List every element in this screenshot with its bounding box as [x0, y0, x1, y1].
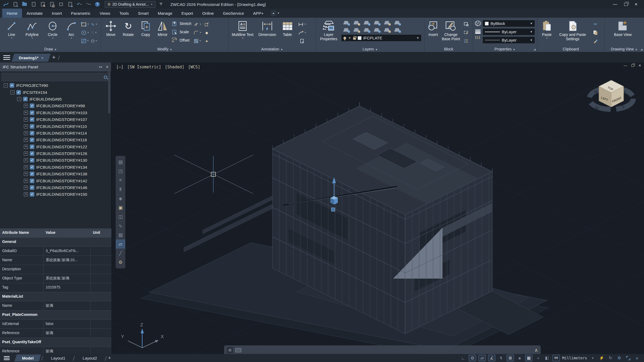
search-input[interactable] [4, 75, 104, 79]
tree-item[interactable]: +✔IFCBUILDINGSTOREY#138 [0, 171, 111, 177]
expand-icon[interactable]: + [24, 145, 28, 149]
ribbon-display-toggle[interactable]: ▲ ▼ [271, 9, 280, 18]
print-button[interactable] [57, 1, 64, 8]
layout-menu-icon[interactable] [4, 356, 10, 360]
multiline-text-button[interactable]: A Multiline Text▼ [231, 19, 254, 39]
tab-online[interactable]: Online [198, 9, 218, 18]
tree-item[interactable]: −✔IFCPROJECT#90 [0, 82, 111, 89]
panel-modify-label[interactable]: Modify ▼ [101, 47, 228, 51]
annotation-scale-icon[interactable]: ◧ [544, 355, 550, 361]
paste-block-icon[interactable]: ▣ [116, 203, 125, 212]
document-tab-active[interactable]: Drawing1*× [13, 54, 49, 62]
search-icon[interactable] [104, 76, 107, 79]
tree-item[interactable]: +✔IFCBUILDINGSTOREY#150 [0, 191, 111, 198]
stretch-button[interactable]: Stretch [172, 20, 191, 27]
command-gear-icon[interactable]: ⚙ [227, 347, 233, 353]
panel-drawing-view-label[interactable]: Drawing View ▼ [605, 47, 644, 51]
list-icon[interactable]: ≡ [116, 176, 125, 185]
panel-layers-label[interactable]: Layers ▼ [316, 47, 425, 51]
tree-item[interactable]: −✔IFCSITE#154 [0, 89, 111, 95]
attribute-group-row[interactable]: MaterialList [0, 292, 111, 301]
region-button[interactable]: ⬡▼ [90, 37, 99, 45]
tab-close-icon[interactable]: × [41, 56, 43, 60]
tab-insert[interactable]: Insert [47, 9, 67, 18]
tree-checkbox[interactable]: ✔ [10, 83, 14, 88]
ifc-search-box[interactable] [2, 73, 109, 81]
attribute-row[interactable]: Description [0, 265, 111, 274]
panel-annotation-label[interactable]: Annotation ▼ [229, 47, 316, 51]
tree-item[interactable]: −✔IFCBUILDING#95 [0, 96, 111, 102]
tab-annotate[interactable]: Annotate [22, 9, 47, 18]
status-menu-icon[interactable]: ≡ [634, 355, 640, 361]
copy-nested-icon[interactable]: ▨ [116, 230, 125, 239]
color-palette-icon[interactable] [475, 21, 481, 27]
expand-icon[interactable]: + [24, 131, 28, 135]
layer-tool-icon-1[interactable] [351, 19, 361, 26]
tree-item[interactable]: +✔IFCBUILDINGSTOREY#134 [0, 164, 111, 171]
layer-tool-icon-10[interactable] [382, 26, 392, 34]
layer-tool-icon-11[interactable] [392, 26, 402, 34]
panel-draw-label[interactable]: Draw ▼ [0, 47, 101, 51]
tab-geoservice[interactable]: GeoService [218, 9, 248, 18]
layer-on-icon[interactable] [343, 37, 346, 39]
tree-checkbox[interactable]: ✔ [30, 117, 34, 122]
layer-tool-icon-7[interactable] [351, 26, 361, 34]
tree-item[interactable]: +✔IFCBUILDINGSTOREY#146 [0, 184, 111, 191]
tree-checkbox[interactable]: ✔ [30, 145, 34, 149]
tree-scrollbar[interactable] [108, 68, 110, 113]
drawing-view-dialog-launcher[interactable]: ◢ [641, 48, 642, 51]
base-view-button[interactable]: Base View [607, 19, 639, 37]
cut-icon[interactable]: ✂ [591, 20, 600, 28]
dimension-style-button[interactable]: ▼ [296, 20, 308, 28]
dimension-button[interactable]: Dimension [256, 19, 279, 37]
tree-checkbox[interactable]: ✔ [30, 138, 34, 142]
lineweight-icon[interactable] [475, 29, 481, 34]
tree-item[interactable]: +✔IFCBUILDINGSTOREY#110 [0, 123, 111, 130]
tree-checkbox[interactable]: ✔ [30, 124, 34, 129]
layer-tool-icon-9[interactable] [372, 26, 382, 34]
mirror-button[interactable]: Mirror [155, 19, 170, 37]
expand-icon[interactable]: + [24, 165, 28, 169]
attribute-row[interactable]: Reference玻璃 [0, 329, 111, 338]
fillet-button[interactable]: ▼ [193, 28, 202, 37]
tree-checkbox[interactable]: ✔ [30, 165, 34, 169]
tree-checkbox[interactable]: ✔ [30, 158, 34, 162]
polyline-button[interactable]: Polyline▼ [23, 19, 41, 39]
layer-color-swatch[interactable] [358, 36, 361, 40]
tree-checkbox[interactable]: ✔ [30, 185, 34, 190]
settings-gear-icon[interactable]: ⚙ [116, 258, 125, 267]
expand-icon[interactable]: + [24, 192, 28, 196]
dim-constraint-icon[interactable]: Ⅱ [116, 185, 125, 194]
layer-dropdown[interactable]: ☀ IFCPLATE ▼ [341, 34, 422, 42]
layer-lock-icon[interactable] [353, 38, 356, 40]
polar-toggle[interactable]: ▱ [478, 355, 486, 361]
tree-item[interactable]: +✔IFCBUILDINGSTOREY#114 [0, 130, 111, 136]
tree-checkbox[interactable]: ✔ [30, 192, 34, 197]
table-style-button[interactable] [296, 37, 308, 45]
viewcube[interactable]: N E S W TOP LEFT FRONT [589, 80, 633, 111]
units-label[interactable]: Millimeters [562, 356, 587, 360]
circle-button[interactable]: Circle▼ [43, 19, 62, 39]
column-header[interactable]: Value [43, 228, 91, 237]
collapse-icon[interactable]: − [10, 90, 14, 94]
tree-item[interactable]: +✔IFCBUILDINGSTOREY#130 [0, 157, 111, 164]
open-file-button[interactable] [21, 1, 28, 8]
attributes-button[interactable] [462, 37, 470, 45]
line-button[interactable]: Line▼ [2, 19, 21, 39]
minimize-button[interactable]: — [613, 2, 617, 7]
copy-paste-settings-button[interactable]: ⚙ Copy and Paste Settings [556, 19, 589, 41]
move-button[interactable]: Move [103, 19, 118, 37]
ellipse-button[interactable]: ▼ [80, 28, 90, 37]
keyboard-icon[interactable] [235, 348, 241, 352]
attribute-group-row[interactable]: Pset_QuantityTakeOff [0, 338, 111, 347]
attribute-group-row[interactable]: General [0, 238, 111, 247]
rectangle-button[interactable]: ▼ [80, 20, 90, 28]
expand-icon[interactable]: + [24, 158, 28, 162]
panel-properties-label[interactable]: Properties ▼ [473, 47, 537, 51]
layout-tab-layout1[interactable]: Layout1 [45, 354, 72, 361]
expand-icon[interactable]: + [24, 152, 28, 156]
layer-tool-icon-2[interactable] [361, 19, 372, 26]
tab-views[interactable]: Views [95, 9, 115, 18]
tree-checkbox[interactable]: ✔ [30, 172, 34, 176]
otrack-toggle[interactable]: ∠ [488, 355, 495, 361]
